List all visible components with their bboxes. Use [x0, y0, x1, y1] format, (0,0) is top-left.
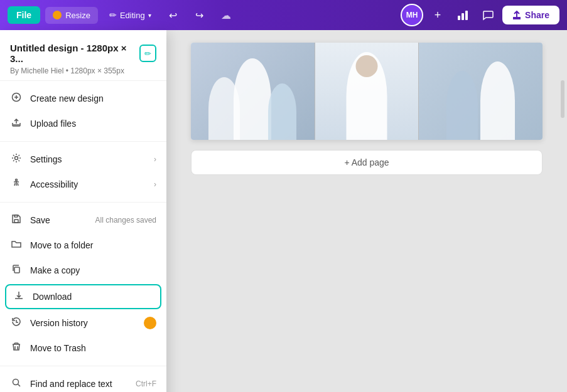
- analytics-button[interactable]: [452, 4, 473, 26]
- settings-label: Settings: [30, 154, 146, 164]
- photo-left: [191, 43, 315, 140]
- message-icon: [482, 9, 494, 21]
- menu-item-trash[interactable]: Move to Trash: [0, 336, 166, 361]
- download-label: Download: [33, 292, 154, 302]
- resize-dot-icon: [53, 11, 62, 19]
- design-title: Untitled design - 1280px × 3...: [10, 43, 134, 64]
- menu-subtitle: By Michelle Hiel • 1280px × 355px: [10, 66, 156, 75]
- menu-section-tools: Find and replace text Ctrl+F Open in des…: [0, 366, 166, 392]
- menu-item-accessibility[interactable]: Accessibility ›: [0, 172, 166, 197]
- edit-title-button[interactable]: ✏: [139, 45, 156, 62]
- make-copy-label: Make a copy: [30, 265, 156, 275]
- design-page: [191, 43, 543, 140]
- accessibility-icon: [10, 178, 23, 191]
- menu-section-create: Create new design Upload files: [0, 81, 166, 142]
- resize-label: Resize: [65, 11, 90, 20]
- share-label: Share: [525, 10, 549, 20]
- svg-rect-10: [14, 267, 19, 273]
- menu-section-file-ops: Save All changes saved Move to a folder …: [0, 203, 166, 366]
- pencil-icon: ✏: [109, 10, 117, 20]
- canvas-area: + Add page: [166, 30, 567, 392]
- menu-header: Untitled design - 1280px × 3... ✏ By Mic…: [0, 35, 166, 81]
- upload-icon: [10, 117, 23, 130]
- version-history-label: Version history: [30, 318, 136, 328]
- accessibility-label: Accessibility: [30, 179, 146, 189]
- add-page-button[interactable]: + Add page: [191, 150, 543, 175]
- file-dropdown-menu: Untitled design - 1280px × 3... ✏ By Mic…: [0, 30, 166, 392]
- settings-arrow-icon: ›: [154, 155, 156, 164]
- photo-center: [315, 43, 419, 140]
- version-badge: [144, 317, 156, 329]
- trash-icon: [10, 342, 23, 354]
- menu-item-download[interactable]: Download: [5, 284, 161, 309]
- svg-line-13: [18, 384, 21, 387]
- scroll-indicator[interactable]: [561, 80, 564, 118]
- svg-rect-9: [14, 215, 18, 217]
- save-icon: [10, 214, 23, 226]
- share-button[interactable]: Share: [502, 6, 559, 24]
- avatar: MH: [401, 4, 423, 26]
- undo-button[interactable]: ↩: [163, 4, 184, 26]
- find-replace-label: Find and replace text: [30, 379, 128, 389]
- svg-rect-8: [14, 220, 18, 223]
- add-page-label: + Add page: [344, 157, 389, 167]
- menu-section-settings: Settings › Accessibility ›: [0, 142, 166, 203]
- svg-rect-2: [465, 11, 468, 20]
- accessibility-arrow-icon: ›: [154, 180, 156, 189]
- svg-point-12: [13, 379, 19, 385]
- create-new-icon: [10, 92, 23, 105]
- svg-rect-1: [462, 13, 464, 20]
- save-status: All changes saved: [95, 216, 156, 225]
- menu-title: Untitled design - 1280px × 3... ✏: [10, 43, 156, 64]
- svg-point-11: [144, 317, 156, 329]
- editing-label: Editing: [120, 11, 145, 20]
- editing-button[interactable]: ✏ Editing ▾: [103, 6, 158, 24]
- settings-icon: [10, 153, 23, 166]
- copy-icon: [10, 264, 23, 277]
- menu-item-find-replace[interactable]: Find and replace text Ctrl+F: [0, 371, 166, 392]
- chevron-down-icon: ▾: [148, 12, 151, 19]
- create-new-label: Create new design: [30, 93, 156, 103]
- save-label: Save: [30, 215, 88, 225]
- menu-item-make-copy[interactable]: Make a copy: [0, 258, 166, 283]
- comments-button[interactable]: [477, 4, 499, 26]
- move-folder-label: Move to a folder: [30, 240, 156, 250]
- file-button[interactable]: File: [8, 6, 40, 24]
- main-layout: Untitled design - 1280px × 3... ✏ By Mic…: [0, 30, 567, 392]
- add-people-button[interactable]: +: [427, 4, 448, 26]
- photo-right: [419, 43, 543, 140]
- chart-icon: [457, 9, 468, 21]
- menu-item-version-history[interactable]: Version history: [0, 310, 166, 336]
- trash-label: Move to Trash: [30, 343, 156, 353]
- cloud-save-button[interactable]: ☁: [215, 4, 237, 26]
- share-icon: [512, 11, 521, 19]
- menu-item-settings[interactable]: Settings ›: [0, 147, 166, 172]
- folder-icon: [10, 239, 23, 252]
- svg-point-6: [15, 157, 18, 160]
- nav-right: MH + Share: [401, 4, 559, 26]
- redo-button[interactable]: ↪: [189, 4, 210, 26]
- resize-button[interactable]: Resize: [45, 7, 98, 24]
- find-shortcut: Ctrl+F: [136, 379, 156, 388]
- navbar: File Resize ✏ Editing ▾ ↩ ↪ ☁ MH + Share: [0, 0, 567, 30]
- svg-point-7: [16, 179, 18, 181]
- upload-files-label: Upload files: [30, 119, 156, 129]
- design-page-wrapper: + Add page: [191, 43, 543, 175]
- history-icon: [10, 317, 23, 329]
- download-icon: [13, 290, 25, 303]
- search-icon: [10, 378, 23, 390]
- edit-icon: ✏: [144, 49, 151, 58]
- menu-item-create-new[interactable]: Create new design: [0, 86, 166, 111]
- photo-strip: [191, 43, 543, 140]
- menu-item-upload-files[interactable]: Upload files: [0, 111, 166, 136]
- menu-item-save[interactable]: Save All changes saved: [0, 208, 166, 233]
- menu-item-move-folder[interactable]: Move to a folder: [0, 233, 166, 258]
- svg-rect-0: [458, 16, 460, 20]
